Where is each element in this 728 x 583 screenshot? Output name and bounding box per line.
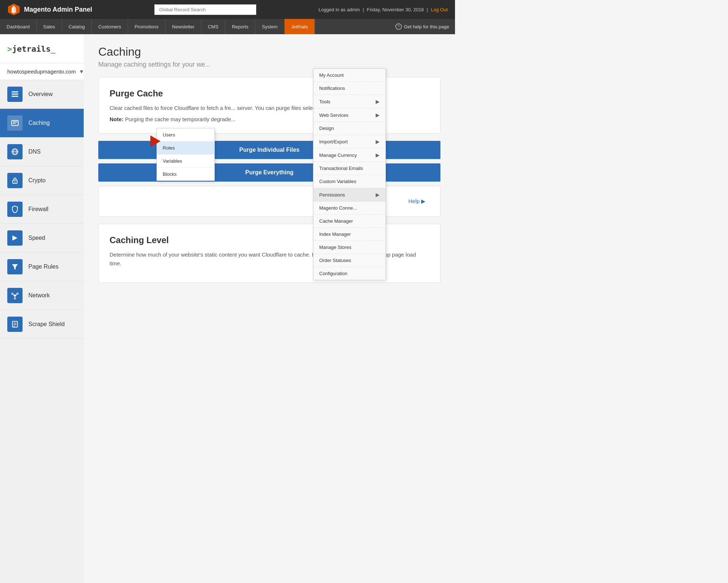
separator: | <box>363 7 364 12</box>
sidebar-item-caching[interactable]: Caching <box>0 109 84 138</box>
subdrop-roles[interactable]: Roles <box>157 142 214 155</box>
help-label: Get help for this page <box>404 24 449 29</box>
nav-jetrails[interactable]: JetRails <box>285 19 315 34</box>
magento-logo <box>7 3 20 16</box>
dropdown-manage-currency[interactable]: Manage Currency ▶ <box>313 148 385 162</box>
svg-point-13 <box>15 182 16 183</box>
dropdown-cache-manager[interactable]: Cache Manager <box>313 215 385 228</box>
separator2: | <box>427 7 428 12</box>
nav-customers[interactable]: Customers <box>92 19 128 34</box>
nav-dashboard[interactable]: Dashboard <box>0 19 37 34</box>
red-arrow-icon <box>150 135 161 147</box>
sidebar-item-scrape-shield[interactable]: Scrape Shield <box>0 310 84 339</box>
arrow-indicator <box>150 135 161 148</box>
permissions-sub-dropdown: Users Roles Variables Blocks <box>157 128 215 181</box>
network-icon <box>7 288 23 303</box>
top-header: Magento Admin Panel Logged in as admin |… <box>0 0 455 19</box>
dropdown-permissions[interactable]: Permissions ▶ <box>313 188 385 202</box>
importexport-arrow-icon: ▶ <box>376 139 380 144</box>
help-circle-icon: ? <box>395 23 402 30</box>
sidebar: >jetrails_ howtospeedupmagento.com ▼ Ove… <box>0 34 84 583</box>
sidebar-item-page-rules[interactable]: Page Rules <box>0 253 84 281</box>
subdrop-users[interactable]: Users <box>157 128 214 142</box>
dropdown-index-manager[interactable]: Index Manager <box>313 228 385 241</box>
svg-rect-3 <box>12 91 18 92</box>
svg-marker-14 <box>12 235 17 241</box>
dropdown-tools[interactable]: Tools ▶ <box>313 95 385 108</box>
dropdown-custom-variables[interactable]: Custom Variables <box>313 175 385 188</box>
caching-level-card: Caching Level Determine how much of your… <box>98 224 440 283</box>
svg-rect-4 <box>12 94 18 95</box>
dropdown-notifications[interactable]: Notifications <box>313 82 385 95</box>
logout-link[interactable]: Log Out <box>431 7 448 12</box>
domain-name: howtospeedupmagento.com <box>7 68 76 75</box>
app-name: Magento Admin Panel <box>24 6 92 13</box>
dropdown-my-account[interactable]: My Account <box>313 69 385 82</box>
nav-catalog[interactable]: Catalog <box>62 19 92 34</box>
subdrop-variables[interactable]: Variables <box>157 155 214 168</box>
sidebar-item-firewall[interactable]: Firewall <box>0 195 84 224</box>
lock-icon <box>7 173 23 188</box>
note-text: Purging the cache may temporarily degrad… <box>125 116 236 122</box>
dropdown-web-services[interactable]: Web Services ▶ <box>313 108 385 122</box>
svg-rect-5 <box>12 96 18 97</box>
purge-cache-card: Purge Cache Clear cached files to force … <box>98 77 440 134</box>
content-area: Caching Manage caching settings for your… <box>84 34 455 583</box>
dropdown-order-statuses[interactable]: Order Statuses <box>313 254 385 267</box>
shield-icon <box>7 202 23 217</box>
sidebar-item-overview[interactable]: Overview <box>0 80 84 109</box>
purge-individual-button[interactable]: Purge Individual Files <box>98 141 440 159</box>
nav-promotions[interactable]: Promotions <box>128 19 166 34</box>
svg-line-20 <box>13 294 14 296</box>
nav-help[interactable]: ? Get help for this page <box>389 19 455 34</box>
purge-everything-button[interactable]: Purge Everything <box>98 163 440 182</box>
svg-marker-15 <box>12 264 18 270</box>
scrape-shield-label: Scrape Shield <box>28 321 65 328</box>
permissions-arrow-icon: ▶ <box>376 192 380 198</box>
svg-rect-8 <box>13 123 16 124</box>
nav-bar: Dashboard Sales Catalog Customers Promot… <box>0 19 455 34</box>
search-input[interactable] <box>154 4 256 15</box>
svg-rect-7 <box>13 122 17 122</box>
svg-line-21 <box>16 294 17 296</box>
nav-newsletter[interactable]: Newsletter <box>166 19 201 34</box>
tools-arrow-icon: ▶ <box>376 99 380 104</box>
cache-icon <box>7 115 23 131</box>
dropdown-transactional-emails[interactable]: Transactional Emails <box>313 162 385 175</box>
dropdown-import-export[interactable]: Import/Export ▶ <box>313 135 385 148</box>
dropdown-configuration[interactable]: Configuration <box>313 267 385 280</box>
currency-arrow-icon: ▶ <box>376 152 380 158</box>
dropdown-design[interactable]: Design <box>313 122 385 135</box>
sidebar-item-dns[interactable]: DNS <box>0 138 84 166</box>
caching-label: Caching <box>28 120 50 126</box>
note-label: Note: <box>110 116 123 122</box>
subdrop-blocks[interactable]: Blocks <box>157 168 214 181</box>
webservices-arrow-icon: ▶ <box>376 112 380 118</box>
sidebar-nav: Overview Caching DNS Crypto <box>0 80 84 339</box>
logo-area: Magento Admin Panel <box>7 3 92 16</box>
help-section: Help ▶ <box>98 186 440 217</box>
nav-system[interactable]: System <box>255 19 284 34</box>
svg-point-19 <box>14 298 16 299</box>
filter-icon <box>7 259 23 274</box>
scrape-icon <box>7 317 23 332</box>
domain-selector[interactable]: howtospeedupmagento.com ▼ <box>0 63 84 80</box>
user-area: Logged in as admin | Friday, November 30… <box>318 7 448 12</box>
date-display: Friday, November 30, 2018 <box>367 7 424 12</box>
jetrails-logo: >jetrails_ <box>0 34 84 63</box>
page-title: Caching <box>98 45 440 59</box>
dns-icon <box>7 144 23 159</box>
sidebar-item-network[interactable]: Network <box>0 281 84 310</box>
nav-cms[interactable]: CMS <box>201 19 225 34</box>
system-dropdown: My Account Notifications Tools ▶ Web Ser… <box>313 68 386 280</box>
dns-label: DNS <box>28 148 41 155</box>
network-label: Network <box>28 292 50 299</box>
sidebar-item-speed[interactable]: Speed <box>0 224 84 253</box>
sidebar-item-crypto[interactable]: Crypto <box>0 166 84 195</box>
dropdown-magento-connect[interactable]: Magento Conne... <box>313 202 385 215</box>
overview-label: Overview <box>28 91 53 98</box>
nav-sales[interactable]: Sales <box>37 19 62 34</box>
nav-reports[interactable]: Reports <box>225 19 256 34</box>
crypto-label: Crypto <box>28 177 46 184</box>
dropdown-manage-stores[interactable]: Manage Stores <box>313 241 385 254</box>
